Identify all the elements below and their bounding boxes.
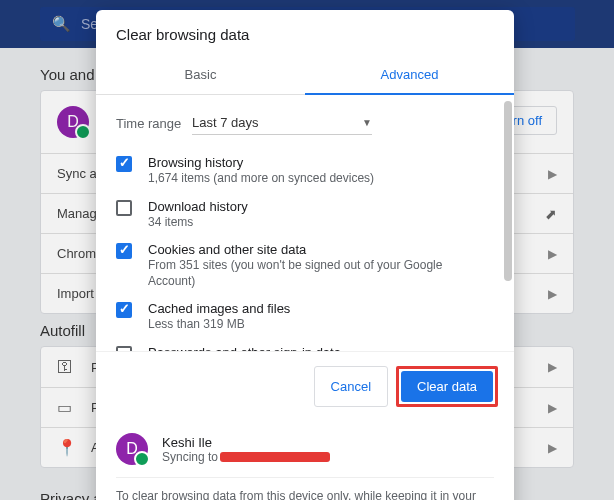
caret-down-icon: ▼ (362, 117, 372, 128)
option-subtitle: 34 items (148, 215, 490, 231)
checkbox[interactable] (116, 156, 132, 172)
highlight-box: Clear data (396, 366, 498, 407)
footer-note: To clear browsing data from this device … (116, 478, 494, 500)
checkbox[interactable] (116, 346, 132, 351)
option-row: Cached images and filesLess than 319 MB (116, 295, 502, 339)
option-row: Cookies and other site dataFrom 351 site… (116, 236, 502, 295)
option-row: Download history34 items (116, 193, 502, 237)
profile-info: D Keshi Ile Syncing to (116, 433, 494, 478)
option-title: Browsing history (148, 155, 490, 170)
profile-sync: Syncing to (162, 450, 330, 464)
avatar: D (116, 433, 148, 465)
clear-data-button[interactable]: Clear data (401, 371, 493, 402)
scrollbar[interactable] (504, 101, 512, 281)
option-subtitle: 1,674 items (and more on synced devices) (148, 171, 490, 187)
cancel-button[interactable]: Cancel (314, 366, 388, 407)
checkbox[interactable] (116, 243, 132, 259)
option-row: Passwords and other sign-in data5 passwo… (116, 339, 502, 351)
option-subtitle: Less than 319 MB (148, 317, 490, 333)
dialog-title: Clear browsing data (96, 10, 514, 57)
option-title: Cached images and files (148, 301, 490, 316)
option-row: Browsing history1,674 items (and more on… (116, 149, 502, 193)
option-title: Passwords and other sign-in data (148, 345, 490, 351)
redacted-email (220, 452, 330, 462)
clear-browsing-data-dialog: Clear browsing data Basic Advanced Time … (96, 10, 514, 500)
tab-advanced[interactable]: Advanced (305, 57, 514, 94)
option-title: Download history (148, 199, 490, 214)
checkbox[interactable] (116, 302, 132, 318)
profile-name: Keshi Ile (162, 435, 330, 450)
tab-basic[interactable]: Basic (96, 57, 305, 94)
option-title: Cookies and other site data (148, 242, 490, 257)
checkbox[interactable] (116, 200, 132, 216)
time-range-select[interactable]: Last 7 days ▼ (192, 111, 372, 135)
option-subtitle: From 351 sites (you won't be signed out … (148, 258, 490, 289)
time-range-label: Time range (116, 116, 192, 131)
